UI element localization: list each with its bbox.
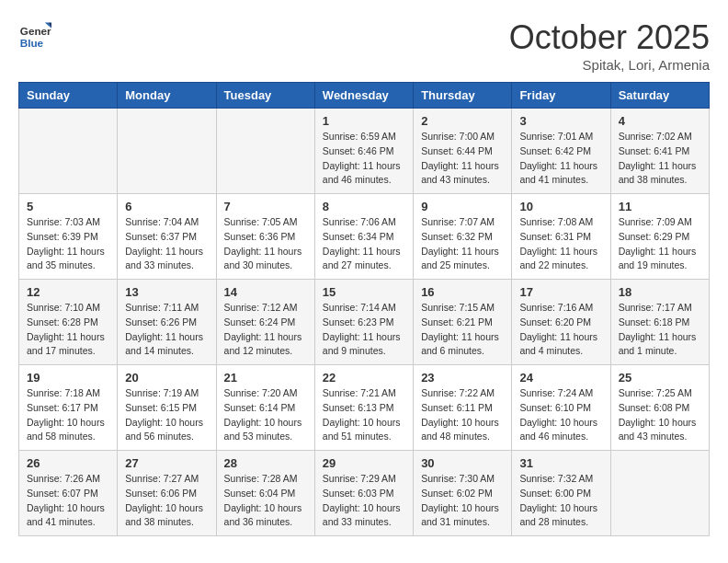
day-info: Sunrise: 7:11 AM Sunset: 6:26 PM Dayligh…: [125, 301, 208, 359]
svg-text:General: General: [20, 25, 51, 37]
weekday-header-row: SundayMondayTuesdayWednesdayThursdayFrid…: [19, 83, 710, 109]
calendar-cell: 13Sunrise: 7:11 AM Sunset: 6:26 PM Dayli…: [118, 280, 216, 365]
calendar-cell: 7Sunrise: 7:05 AM Sunset: 6:36 PM Daylig…: [216, 194, 314, 280]
day-info: Sunrise: 7:29 AM Sunset: 6:03 PM Dayligh…: [323, 472, 405, 530]
calendar-cell: 30Sunrise: 7:30 AM Sunset: 6:02 PM Dayli…: [414, 451, 512, 536]
day-number: 23: [421, 371, 504, 385]
weekday-header: Tuesday: [216, 83, 314, 109]
logo: General Blue: [18, 18, 51, 52]
calendar-week-row: 1Sunrise: 6:59 AM Sunset: 6:46 PM Daylig…: [19, 109, 710, 194]
calendar-cell: 31Sunrise: 7:32 AM Sunset: 6:00 PM Dayli…: [512, 451, 610, 536]
day-number: 22: [323, 371, 405, 385]
day-number: 31: [519, 456, 602, 470]
day-number: 10: [519, 200, 602, 213]
calendar-cell: 8Sunrise: 7:06 AM Sunset: 6:34 PM Daylig…: [314, 194, 413, 280]
month-title: October 2025: [509, 18, 710, 57]
day-number: 1: [323, 114, 405, 128]
calendar-cell: 28Sunrise: 7:28 AM Sunset: 6:04 PM Dayli…: [216, 451, 314, 536]
day-info: Sunrise: 7:25 AM Sunset: 6:08 PM Dayligh…: [619, 386, 701, 444]
calendar-week-row: 5Sunrise: 7:03 AM Sunset: 6:39 PM Daylig…: [19, 194, 710, 280]
calendar-cell: 12Sunrise: 7:10 AM Sunset: 6:28 PM Dayli…: [19, 280, 118, 365]
calendar-cell: 6Sunrise: 7:04 AM Sunset: 6:37 PM Daylig…: [118, 194, 216, 280]
day-number: 20: [125, 371, 208, 385]
calendar-week-row: 19Sunrise: 7:18 AM Sunset: 6:17 PM Dayli…: [19, 365, 710, 451]
calendar-cell: [19, 109, 118, 194]
svg-text:Blue: Blue: [20, 37, 44, 49]
calendar-cell: 20Sunrise: 7:19 AM Sunset: 6:15 PM Dayli…: [118, 365, 216, 451]
day-info: Sunrise: 7:12 AM Sunset: 6:24 PM Dayligh…: [224, 301, 307, 359]
calendar-cell: 18Sunrise: 7:17 AM Sunset: 6:18 PM Dayli…: [610, 280, 709, 365]
day-info: Sunrise: 7:01 AM Sunset: 6:42 PM Dayligh…: [519, 130, 602, 188]
calendar-cell: 22Sunrise: 7:21 AM Sunset: 6:13 PM Dayli…: [314, 365, 413, 451]
day-info: Sunrise: 7:02 AM Sunset: 6:41 PM Dayligh…: [619, 130, 701, 188]
weekday-header: Thursday: [414, 83, 512, 109]
day-info: Sunrise: 7:16 AM Sunset: 6:20 PM Dayligh…: [519, 301, 602, 359]
day-number: 14: [224, 285, 307, 299]
day-number: 3: [519, 114, 602, 128]
day-number: 2: [421, 114, 504, 128]
day-number: 26: [27, 456, 109, 470]
weekday-header: Wednesday: [314, 83, 413, 109]
day-info: Sunrise: 7:07 AM Sunset: 6:32 PM Dayligh…: [421, 215, 504, 273]
weekday-header: Sunday: [19, 83, 118, 109]
calendar-cell: 15Sunrise: 7:14 AM Sunset: 6:23 PM Dayli…: [314, 280, 413, 365]
day-number: 25: [619, 371, 701, 385]
calendar-cell: 25Sunrise: 7:25 AM Sunset: 6:08 PM Dayli…: [610, 365, 709, 451]
weekday-header: Monday: [118, 83, 216, 109]
calendar-cell: 3Sunrise: 7:01 AM Sunset: 6:42 PM Daylig…: [512, 109, 610, 194]
day-info: Sunrise: 7:10 AM Sunset: 6:28 PM Dayligh…: [27, 301, 109, 359]
day-info: Sunrise: 7:32 AM Sunset: 6:00 PM Dayligh…: [519, 472, 602, 530]
day-info: Sunrise: 7:05 AM Sunset: 6:36 PM Dayligh…: [224, 215, 307, 273]
day-info: Sunrise: 7:30 AM Sunset: 6:02 PM Dayligh…: [421, 472, 504, 530]
day-number: 7: [224, 200, 307, 213]
calendar-cell: 17Sunrise: 7:16 AM Sunset: 6:20 PM Dayli…: [512, 280, 610, 365]
calendar-cell: [216, 109, 314, 194]
day-info: Sunrise: 7:20 AM Sunset: 6:14 PM Dayligh…: [224, 386, 307, 444]
logo-icon: General Blue: [18, 18, 51, 52]
calendar-table: SundayMondayTuesdayWednesdayThursdayFrid…: [18, 82, 710, 536]
day-info: Sunrise: 7:00 AM Sunset: 6:44 PM Dayligh…: [421, 130, 504, 188]
day-number: 17: [519, 285, 602, 299]
calendar-cell: 9Sunrise: 7:07 AM Sunset: 6:32 PM Daylig…: [414, 194, 512, 280]
calendar-cell: 27Sunrise: 7:27 AM Sunset: 6:06 PM Dayli…: [118, 451, 216, 536]
day-info: Sunrise: 7:04 AM Sunset: 6:37 PM Dayligh…: [125, 215, 208, 273]
calendar-cell: 24Sunrise: 7:24 AM Sunset: 6:10 PM Dayli…: [512, 365, 610, 451]
calendar-cell: 1Sunrise: 6:59 AM Sunset: 6:46 PM Daylig…: [314, 109, 413, 194]
day-number: 6: [125, 200, 208, 213]
day-number: 8: [323, 200, 405, 213]
day-number: 21: [224, 371, 307, 385]
day-info: Sunrise: 7:15 AM Sunset: 6:21 PM Dayligh…: [421, 301, 504, 359]
calendar-cell: 16Sunrise: 7:15 AM Sunset: 6:21 PM Dayli…: [414, 280, 512, 365]
day-number: 9: [421, 200, 504, 213]
calendar-cell: 14Sunrise: 7:12 AM Sunset: 6:24 PM Dayli…: [216, 280, 314, 365]
calendar-week-row: 12Sunrise: 7:10 AM Sunset: 6:28 PM Dayli…: [19, 280, 710, 365]
day-number: 13: [125, 285, 208, 299]
calendar-cell: [610, 451, 709, 536]
weekday-header: Saturday: [610, 83, 709, 109]
day-number: 29: [323, 456, 405, 470]
day-number: 28: [224, 456, 307, 470]
calendar-week-row: 26Sunrise: 7:26 AM Sunset: 6:07 PM Dayli…: [19, 451, 710, 536]
day-info: Sunrise: 7:18 AM Sunset: 6:17 PM Dayligh…: [27, 386, 109, 444]
day-number: 27: [125, 456, 208, 470]
day-info: Sunrise: 7:08 AM Sunset: 6:31 PM Dayligh…: [519, 215, 602, 273]
day-info: Sunrise: 7:14 AM Sunset: 6:23 PM Dayligh…: [323, 301, 405, 359]
day-info: Sunrise: 7:06 AM Sunset: 6:34 PM Dayligh…: [323, 215, 405, 273]
calendar-cell: 11Sunrise: 7:09 AM Sunset: 6:29 PM Dayli…: [610, 194, 709, 280]
day-number: 5: [27, 200, 109, 213]
day-number: 12: [27, 285, 109, 299]
calendar-cell: 19Sunrise: 7:18 AM Sunset: 6:17 PM Dayli…: [19, 365, 118, 451]
title-block: October 2025 Spitak, Lori, Armenia: [509, 18, 710, 73]
day-info: Sunrise: 7:19 AM Sunset: 6:15 PM Dayligh…: [125, 386, 208, 444]
day-info: Sunrise: 7:09 AM Sunset: 6:29 PM Dayligh…: [619, 215, 701, 273]
calendar-cell: 5Sunrise: 7:03 AM Sunset: 6:39 PM Daylig…: [19, 194, 118, 280]
day-info: Sunrise: 7:26 AM Sunset: 6:07 PM Dayligh…: [27, 472, 109, 530]
day-number: 24: [519, 371, 602, 385]
day-number: 30: [421, 456, 504, 470]
calendar-cell: 29Sunrise: 7:29 AM Sunset: 6:03 PM Dayli…: [314, 451, 413, 536]
day-number: 11: [619, 200, 701, 213]
day-info: Sunrise: 7:28 AM Sunset: 6:04 PM Dayligh…: [224, 472, 307, 530]
day-info: Sunrise: 7:17 AM Sunset: 6:18 PM Dayligh…: [619, 301, 701, 359]
day-info: Sunrise: 7:27 AM Sunset: 6:06 PM Dayligh…: [125, 472, 208, 530]
day-info: Sunrise: 7:21 AM Sunset: 6:13 PM Dayligh…: [323, 386, 405, 444]
